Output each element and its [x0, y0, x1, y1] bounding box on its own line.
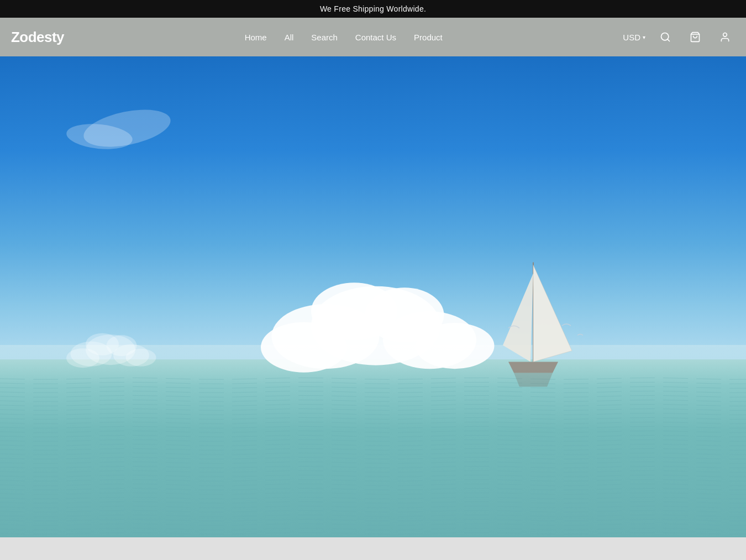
currency-label: USD [623, 33, 640, 42]
cart-button[interactable] [685, 27, 705, 47]
nav-all[interactable]: All [285, 33, 294, 42]
hero-section [0, 56, 746, 537]
svg-line-1 [668, 39, 670, 41]
search-button[interactable] [655, 27, 675, 47]
main-nav: Home All Search Contact Us Product [245, 33, 443, 42]
currency-selector[interactable]: USD ▾ [623, 33, 645, 42]
nav-search[interactable]: Search [311, 33, 338, 42]
nav-product[interactable]: Product [414, 33, 443, 42]
announcement-text: We Free Shipping Worldwide. [320, 4, 426, 13]
cart-icon [690, 32, 701, 43]
svg-point-3 [723, 33, 727, 37]
header: Zodesty Home All Search Contact Us Produ… [0, 18, 746, 56]
logo[interactable]: Zodesty [11, 29, 64, 46]
nav-right: USD ▾ [623, 27, 735, 47]
search-icon [660, 32, 671, 43]
below-hero [0, 537, 746, 560]
chevron-down-icon: ▾ [643, 34, 645, 40]
nav-contact-us[interactable]: Contact Us [355, 33, 396, 42]
hero-image [0, 56, 746, 537]
account-icon [719, 32, 731, 43]
nav-home[interactable]: Home [245, 33, 267, 42]
account-button[interactable] [715, 27, 735, 47]
announcement-bar: We Free Shipping Worldwide. [0, 0, 746, 18]
